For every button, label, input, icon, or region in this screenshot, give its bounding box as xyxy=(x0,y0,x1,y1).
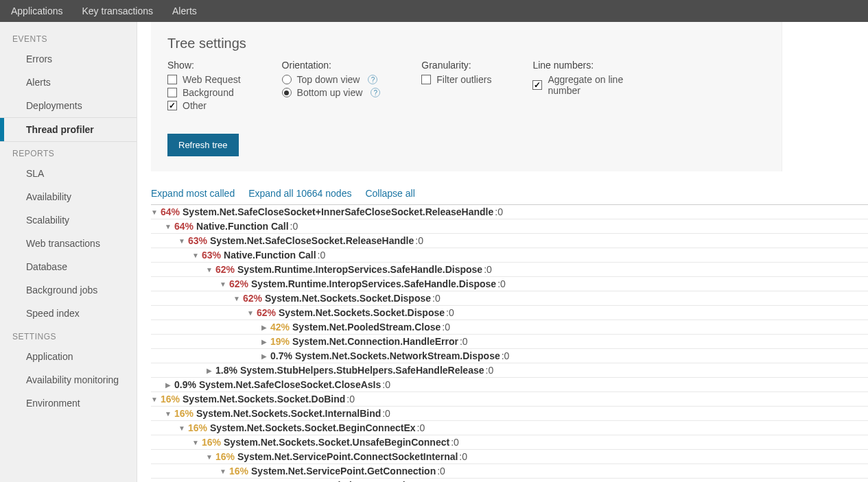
tree-node-suffix: :0 xyxy=(318,250,326,261)
topnav-key-transactions[interactable]: Key transactions xyxy=(73,0,163,22)
tree-node-percent: 16% xyxy=(202,437,221,448)
chevron-right-icon[interactable]: ▶ xyxy=(261,352,268,359)
orientation-bottomup-radio[interactable]: Bottom up view ? xyxy=(282,87,381,98)
sidebar-item-thread-profiler[interactable]: Thread profiler xyxy=(0,117,137,142)
tree-node-label: Native.Function Call xyxy=(224,250,316,261)
aggregate-label: Aggregate on line number xyxy=(548,74,642,96)
show-background-checkbox[interactable]: Background xyxy=(167,87,241,98)
tree-node-label: System.Net.Sockets.Socket.InternalBind xyxy=(196,408,381,419)
tree-node-label: Native.Function Call xyxy=(196,221,289,232)
chevron-right-icon[interactable]: ▶ xyxy=(206,367,213,374)
tree-node[interactable]: ▶1.8%System.StubHelpers.StubHelpers.Safe… xyxy=(151,363,868,377)
tree-node-label: System.Net.Sockets.Socket.Dispose xyxy=(265,293,431,304)
chevron-right-icon[interactable]: ▶ xyxy=(261,338,268,345)
tree-node[interactable]: ▶0.9%System.Net.SafeCloseSocket.CloseAsI… xyxy=(151,377,868,391)
chevron-down-icon[interactable]: ▼ xyxy=(206,453,213,460)
sidebar-item-background-jobs[interactable]: Background jobs xyxy=(0,278,137,302)
tree-node[interactable]: ▶0.7%System.Net.Sockets.NetworkStream.Di… xyxy=(151,348,868,363)
tree-node[interactable]: ▼63%Native.Function Call :0 xyxy=(151,248,868,262)
tree-node-suffix: :0 xyxy=(495,206,503,217)
granularity-column: Granularity: Filter outliers xyxy=(421,60,491,113)
tree-node[interactable]: ▶16%System.Net.PooledStream.Activate :0 xyxy=(151,478,868,482)
chevron-down-icon[interactable]: ▼ xyxy=(206,266,213,273)
sidebar-item-scalability[interactable]: Scalability xyxy=(0,208,137,232)
chevron-down-icon[interactable]: ▼ xyxy=(151,208,158,215)
tree-node[interactable]: ▼16%System.Net.ServicePoint.ConnectSocke… xyxy=(151,449,868,463)
tree-node[interactable]: ▼63%System.Net.SafeCloseSocket.ReleaseHa… xyxy=(151,233,868,248)
chevron-down-icon[interactable]: ▼ xyxy=(220,468,226,474)
help-icon[interactable]: ? xyxy=(368,75,377,84)
tree-node[interactable]: ▼64%Native.Function Call :0 xyxy=(151,219,868,233)
tree-node-percent: 16% xyxy=(161,394,180,405)
tree-node-suffix: :0 xyxy=(497,278,506,289)
show-other-checkbox[interactable]: Other xyxy=(167,100,241,111)
chevron-down-icon[interactable]: ▼ xyxy=(220,280,226,287)
orientation-topdown-radio[interactable]: Top down view ? xyxy=(282,74,381,85)
chevron-down-icon[interactable]: ▼ xyxy=(247,309,254,316)
tree-node-percent: 42% xyxy=(270,322,290,333)
topnav-alerts[interactable]: Alerts xyxy=(163,0,207,22)
chevron-down-icon[interactable]: ▼ xyxy=(178,237,185,244)
tree-node[interactable]: ▶19%System.Net.Connection.HandleError :0 xyxy=(151,334,868,348)
tree-node-suffix: :0 xyxy=(347,394,355,405)
chevron-down-icon[interactable]: ▼ xyxy=(151,396,158,402)
tree-node-suffix: :0 xyxy=(486,365,494,376)
chevron-right-icon[interactable]: ▶ xyxy=(261,324,268,330)
tree-node[interactable]: ▼64%System.Net.SafeCloseSocket+InnerSafe… xyxy=(151,204,868,219)
chevron-down-icon[interactable]: ▼ xyxy=(178,424,185,431)
tree-node-suffix: :0 xyxy=(446,307,454,318)
tree-node-suffix: :0 xyxy=(382,408,390,419)
tree-node[interactable]: ▼16%System.Net.Sockets.Socket.UnsafeBegi… xyxy=(151,435,868,449)
sidebar-item-speed-index[interactable]: Speed index xyxy=(0,302,137,325)
sidebar-item-alerts[interactable]: Alerts xyxy=(0,71,137,94)
tree-node-label: System.StubHelpers.StubHelpers.SafeHandl… xyxy=(240,365,484,376)
show-web-request-checkbox[interactable]: Web Request xyxy=(167,74,241,85)
sidebar-item-availability[interactable]: Availability xyxy=(0,185,137,208)
filter-outliers-checkbox[interactable]: Filter outliers xyxy=(421,74,491,85)
chevron-right-icon[interactable]: ▶ xyxy=(165,381,172,388)
sidebar-item-web-transactions[interactable]: Web transactions xyxy=(0,232,137,255)
collapse-all-link[interactable]: Collapse all xyxy=(365,188,414,199)
tree-node-percent: 62% xyxy=(215,264,235,275)
help-icon[interactable]: ? xyxy=(371,88,380,97)
tree-controls: Expand most called Expand all 10664 node… xyxy=(137,188,868,204)
tree-node[interactable]: ▶42%System.Net.PooledStream.Close :0 xyxy=(151,320,868,334)
sidebar: EVENTSErrorsAlertsDeploymentsThread prof… xyxy=(0,22,137,482)
chevron-down-icon[interactable]: ▼ xyxy=(165,410,172,417)
sidebar-item-environment[interactable]: Environment xyxy=(0,391,137,415)
tree-node[interactable]: ▼16%System.Net.Sockets.Socket.InternalBi… xyxy=(151,406,868,420)
tree-node[interactable]: ▼62%System.Net.Sockets.Socket.Dispose :0 xyxy=(151,305,868,320)
granularity-label: Granularity: xyxy=(421,60,491,71)
sidebar-item-deployments[interactable]: Deployments xyxy=(0,94,137,117)
sidebar-item-sla[interactable]: SLA xyxy=(0,162,137,185)
tree-node[interactable]: ▼62%System.Net.Sockets.Socket.Dispose :0 xyxy=(151,291,868,305)
sidebar-item-application[interactable]: Application xyxy=(0,345,137,368)
topnav-applications[interactable]: Applications xyxy=(8,0,73,22)
chevron-down-icon[interactable]: ▼ xyxy=(192,439,199,446)
sidebar-item-availability-monitoring[interactable]: Availability monitoring xyxy=(0,368,137,391)
sidebar-item-errors[interactable]: Errors xyxy=(0,47,137,71)
sidebar-item-database[interactable]: Database xyxy=(0,255,137,278)
tree-node-suffix: :0 xyxy=(460,336,468,347)
tree-node-percent: 1.8% xyxy=(215,365,237,376)
tree-node[interactable]: ▼16%System.Net.ServicePoint.GetConnectio… xyxy=(151,463,868,478)
orientation-bottomup-label: Bottom up view xyxy=(297,87,363,98)
aggregate-checkbox[interactable]: Aggregate on line number xyxy=(532,74,642,96)
chevron-down-icon[interactable]: ▼ xyxy=(165,223,172,230)
expand-most-called-link[interactable]: Expand most called xyxy=(151,188,235,199)
expand-all-link[interactable]: Expand all 10664 nodes xyxy=(248,188,351,199)
filter-outliers-label: Filter outliers xyxy=(436,74,491,85)
tree-node-percent: 16% xyxy=(229,466,248,477)
chevron-down-icon[interactable]: ▼ xyxy=(192,252,199,258)
tree-node[interactable]: ▼16%System.Net.Sockets.Socket.BeginConne… xyxy=(151,420,868,435)
tree-node-percent: 16% xyxy=(188,422,207,433)
orientation-topdown-label: Top down view xyxy=(297,74,360,85)
chevron-down-icon[interactable]: ▼ xyxy=(233,295,240,302)
tree-node[interactable]: ▼62%System.Runtime.InteropServices.SafeH… xyxy=(151,276,868,291)
refresh-tree-button[interactable]: Refresh tree xyxy=(167,134,239,156)
tree-node[interactable]: ▼62%System.Runtime.InteropServices.SafeH… xyxy=(151,262,868,276)
tree-node-label: System.Net.Sockets.NetworkStream.Dispose xyxy=(295,350,500,361)
tree-node-label: System.Net.Connection.HandleError xyxy=(292,336,458,347)
tree-node[interactable]: ▼16%System.Net.Sockets.Socket.DoBind :0 xyxy=(151,391,868,406)
tree-node-percent: 0.9% xyxy=(174,379,196,390)
